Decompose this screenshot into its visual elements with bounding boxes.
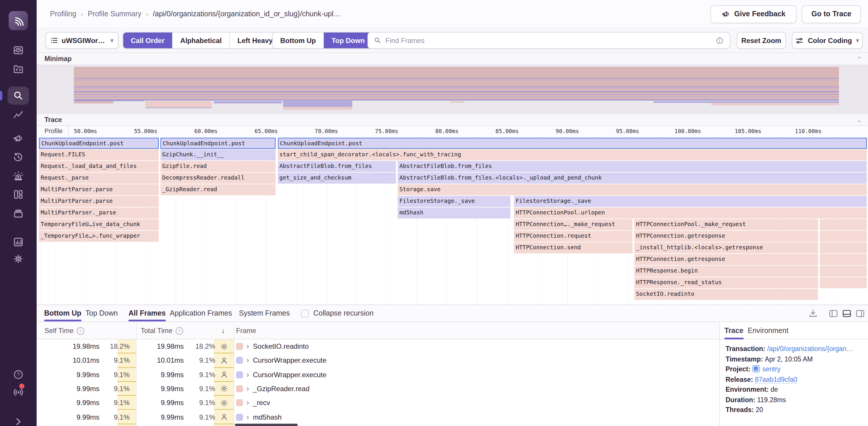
flame-frame[interactable] bbox=[820, 277, 867, 288]
dashboards-icon[interactable] bbox=[13, 189, 24, 200]
layout-right-panel-icon[interactable] bbox=[855, 308, 865, 319]
trace-header[interactable]: Trace ⌄ bbox=[37, 113, 868, 126]
table-row[interactable]: 10.01ms9.1%10.01ms9.1%›CursorWrapper.exe… bbox=[37, 354, 719, 368]
details-tab-trace[interactable]: Trace bbox=[724, 322, 743, 339]
chevron-down-icon[interactable]: ⌄ bbox=[857, 117, 862, 123]
flame-frame[interactable]: HTTPConnection.getresponse bbox=[634, 230, 818, 241]
minimap-chart[interactable] bbox=[37, 65, 868, 113]
self-time-header[interactable]: Self Time ? bbox=[44, 322, 84, 339]
frame-name[interactable]: md5hash bbox=[253, 410, 282, 424]
table-row[interactable]: 9.99ms9.1%9.99ms9.1%›_GzipReader.read bbox=[37, 382, 719, 396]
flame-frame[interactable]: Request._parse bbox=[39, 172, 158, 183]
frame-name[interactable]: CursorWrapper.execute bbox=[253, 354, 327, 368]
replays-icon[interactable] bbox=[13, 152, 24, 163]
flame-frame[interactable]: TemporaryFileU…ive_data_chunk bbox=[39, 219, 158, 230]
flame-frame[interactable]: ChunkUploadEndpoint.post bbox=[278, 137, 867, 149]
frame-name[interactable]: CursorWrapper.execute bbox=[253, 368, 327, 382]
horizontal-scrollbar[interactable] bbox=[235, 424, 298, 426]
flame-frame[interactable]: ChunkUploadEndpoint.post bbox=[160, 137, 276, 149]
flame-frame[interactable]: MultiPartParser._parse bbox=[39, 207, 158, 218]
flame-frame[interactable]: _install_httplib.<locals>.getresponse bbox=[634, 242, 818, 253]
flamegraph[interactable]: ChunkUploadEndpoint.postChunkUploadEndpo… bbox=[39, 137, 867, 304]
breadcrumb-profile-summary[interactable]: Profile Summary bbox=[88, 10, 142, 18]
flame-frame[interactable] bbox=[820, 219, 867, 230]
expand-chevron-icon[interactable]: › bbox=[247, 410, 249, 424]
reset-zoom-button[interactable]: Reset Zoom bbox=[737, 32, 786, 49]
flame-frame[interactable] bbox=[820, 254, 867, 265]
give-feedback-button[interactable]: Give Feedback bbox=[710, 5, 797, 23]
table-row[interactable]: 9.99ms9.1%9.99ms9.1%›md5hash bbox=[37, 410, 719, 424]
flame-frame[interactable]: HTTPConnectionPool.urlopen bbox=[514, 207, 867, 218]
flame-frame[interactable]: AbstractFileBlob.from_files bbox=[398, 161, 867, 172]
flame-frame[interactable]: MultiPartParser.parse bbox=[39, 196, 158, 207]
flame-frame[interactable]: HTTPResponse.begin bbox=[634, 265, 818, 276]
thread-selector[interactable]: uWSGIWor… ▾ bbox=[45, 32, 119, 49]
flame-frame[interactable]: _GzipReader.read bbox=[160, 184, 276, 195]
flame-frame[interactable]: Request.FILES bbox=[39, 149, 158, 160]
flame-frame[interactable] bbox=[820, 242, 867, 253]
tab-top-down[interactable]: Top Down bbox=[86, 305, 118, 321]
flame-frame[interactable]: Request._load_data_and_files bbox=[39, 161, 158, 172]
flame-frame[interactable]: HTTPResponse._read_status bbox=[634, 277, 818, 288]
detail-value-link[interactable]: 87aab1d9cfa0 bbox=[755, 376, 797, 383]
stats-icon[interactable] bbox=[13, 236, 24, 248]
flame-frame[interactable]: FilestoreStorage._save bbox=[514, 196, 867, 207]
details-tab-environment[interactable]: Environment bbox=[748, 322, 788, 339]
flame-frame[interactable]: md5hash bbox=[398, 207, 510, 218]
breadcrumb-profiling[interactable]: Profiling bbox=[50, 10, 76, 18]
settings-gear-icon[interactable] bbox=[13, 253, 24, 264]
insights-icon[interactable] bbox=[13, 109, 24, 120]
color-coding-dropdown[interactable]: Color Coding ▾ bbox=[792, 32, 863, 49]
flame-frame[interactable]: ChunkUploadEndpoint.post bbox=[39, 137, 158, 149]
expand-sidebar-chevron-icon[interactable] bbox=[13, 416, 24, 426]
expand-chevron-icon[interactable]: › bbox=[247, 382, 249, 396]
flame-frame[interactable]: AbstractFileBlob.from_files.<locals>._up… bbox=[398, 172, 867, 183]
flame-frame[interactable]: HTTPConnection.getresponse bbox=[634, 254, 818, 265]
flame-frame[interactable]: Storage.save bbox=[398, 184, 867, 195]
flame-frame[interactable]: AbstractFileBlob.from_files bbox=[278, 161, 396, 172]
table-row[interactable]: 9.99ms9.1%9.99ms9.1%›_recv bbox=[37, 396, 719, 410]
frame-name[interactable]: _recv bbox=[253, 396, 270, 410]
expand-chevron-icon[interactable]: › bbox=[247, 354, 249, 368]
flame-frame[interactable]: GzipChunk.__init__ bbox=[160, 149, 276, 160]
detail-value-link[interactable]: sentry bbox=[762, 366, 780, 372]
flame-frame[interactable]: GzipFile.read bbox=[160, 161, 276, 172]
flame-frame[interactable] bbox=[820, 230, 867, 241]
sentry-logo[interactable] bbox=[9, 11, 28, 30]
flame-frame[interactable]: DecompressReader.readall bbox=[160, 172, 276, 183]
frame-header[interactable]: Frame bbox=[236, 322, 256, 339]
flame-frame[interactable]: MultiPartParser.parse bbox=[39, 184, 158, 195]
flame-frame[interactable]: SocketIO.readinto bbox=[634, 289, 818, 300]
explore-icon[interactable] bbox=[13, 63, 24, 74]
flame-frame[interactable]: HTTPConnectionPool._make_request bbox=[634, 219, 818, 230]
total-time-header[interactable]: Total Time ? bbox=[141, 322, 183, 339]
flame-frame[interactable]: get_size_and_checksum bbox=[278, 172, 396, 183]
frame-name[interactable]: SocketIO.readinto bbox=[253, 339, 309, 354]
flame-frame[interactable]: HTTPConnection.send bbox=[514, 242, 632, 253]
releases-icon[interactable] bbox=[13, 208, 24, 219]
flame-frame[interactable]: HTTPConnection…._make_request bbox=[514, 219, 632, 230]
tab-all-frames[interactable]: All Frames bbox=[128, 305, 166, 321]
go-to-trace-button[interactable]: Go to Trace bbox=[802, 5, 861, 23]
issues-icon[interactable] bbox=[13, 45, 24, 56]
flame-frame[interactable]: _TemporaryFile…>.func_wrapper bbox=[39, 230, 158, 241]
tab-system-frames[interactable]: System Frames bbox=[239, 305, 290, 321]
direction-top-down[interactable]: Top Down bbox=[324, 33, 372, 48]
table-row[interactable]: 9.99ms9.1%9.99ms9.1%›CursorWrapper.execu… bbox=[37, 368, 719, 382]
sidebar-item-explore-active[interactable] bbox=[7, 87, 29, 105]
collapse-recursion-label[interactable]: Collapse recursion bbox=[313, 305, 374, 321]
sort-call-order[interactable]: Call Order bbox=[123, 33, 173, 48]
help-icon[interactable]: ? bbox=[13, 369, 24, 380]
layout-bottom-panel-icon-active[interactable] bbox=[842, 308, 852, 319]
table-row[interactable]: 19.98ms18.2%19.98ms18.2%›SocketIO.readin… bbox=[37, 339, 719, 354]
tab-bottom-up[interactable]: Bottom Up bbox=[44, 305, 82, 321]
collapse-recursion-checkbox[interactable] bbox=[301, 309, 309, 317]
table-row[interactable] bbox=[37, 424, 719, 426]
detail-value-link[interactable]: /api/0/organizations/{organ… bbox=[767, 345, 853, 352]
layout-left-panel-icon[interactable] bbox=[829, 308, 838, 319]
sort-descending-icon[interactable]: ↓ bbox=[221, 322, 225, 339]
flame-frame[interactable]: start_child_span_decorator.<locals>.func… bbox=[278, 149, 867, 160]
minimap-header[interactable]: Minimap ⌃ bbox=[37, 52, 868, 65]
feedback-megaphone-icon[interactable] bbox=[13, 133, 24, 144]
info-icon[interactable] bbox=[716, 36, 724, 44]
